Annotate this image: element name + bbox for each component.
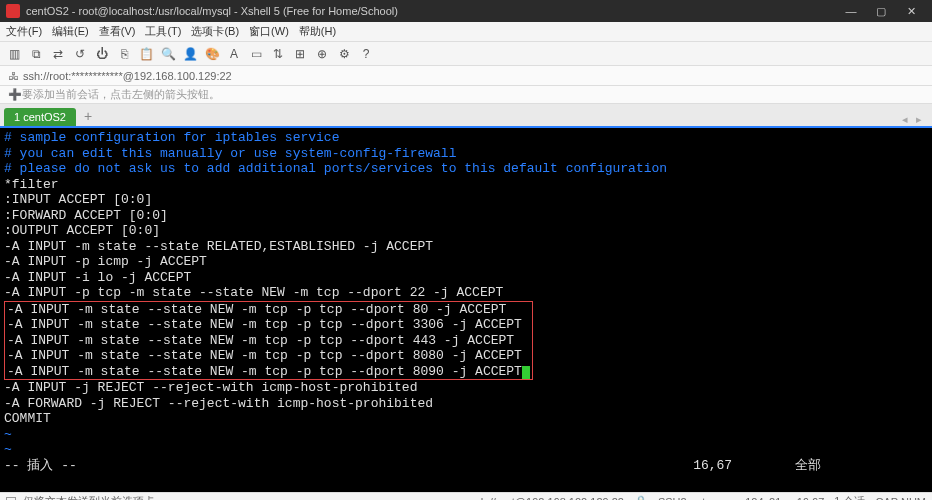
- status-caps-num: CAP NUM: [875, 496, 926, 501]
- status-bar: 仅将文本发送到当前选项卡 ssh://root@192.168.100.129:…: [0, 492, 932, 500]
- paste-icon[interactable]: 📋: [138, 46, 154, 62]
- terminal-line: :OUTPUT ACCEPT [0:0]: [4, 223, 160, 238]
- terminal-line: -A INPUT -j REJECT --reject-with icmp-ho…: [4, 380, 417, 395]
- connect-icon[interactable]: ⇄: [50, 46, 66, 62]
- menu-file[interactable]: 文件(F): [6, 24, 42, 39]
- terminal-line: *filter: [4, 177, 59, 192]
- app-icon: [6, 4, 20, 18]
- address-bar: 🖧 ssh://root:************@192.168.100.12…: [0, 66, 932, 86]
- hint-icon: ➕: [8, 88, 22, 101]
- terminal-line: -A INPUT -p icmp -j ACCEPT: [4, 254, 207, 269]
- tab-nav-left-icon[interactable]: ◂: [902, 113, 908, 126]
- window-titlebar: centOS2 - root@localhost:/usr/local/mysq…: [0, 0, 932, 22]
- status-pos: 16,67: [797, 496, 825, 501]
- search-icon[interactable]: 🔍: [160, 46, 176, 62]
- session-tab-bar: 1 centOS2 + ◂ ▸: [0, 104, 932, 126]
- menu-view[interactable]: 查看(V): [99, 24, 136, 39]
- terminal-line: -A INPUT -i lo -j ACCEPT: [4, 270, 191, 285]
- status-protocol-icon: 🔒: [634, 495, 648, 500]
- layout-icon[interactable]: ⊞: [292, 46, 308, 62]
- status-term: xterm: [697, 496, 725, 501]
- minimize-button[interactable]: —: [836, 5, 866, 17]
- terminal-line: -A INPUT -p tcp -m state --state NEW -m …: [4, 285, 503, 300]
- disconnect-icon[interactable]: ⏻: [94, 46, 110, 62]
- status-protocol: SSH2: [658, 496, 687, 501]
- status-left-text: 仅将文本发送到当前选项卡: [23, 494, 155, 500]
- settings-icon[interactable]: ⚙: [336, 46, 352, 62]
- send-text-checkbox[interactable]: [6, 497, 16, 501]
- font-icon[interactable]: A: [226, 46, 242, 62]
- toolbar: ▥ ⧉ ⇄ ↺ ⏻ ⎘ 📋 🔍 👤 🎨 A ▭ ⇅ ⊞ ⊕ ⚙ ?: [0, 42, 932, 66]
- terminal-line: -A INPUT -m state --state NEW -m tcp -p …: [7, 333, 530, 348]
- terminal-line: -A INPUT -m state --state RELATED,ESTABL…: [4, 239, 433, 254]
- menu-bar: 文件(F) 编辑(E) 查看(V) 工具(T) 选项卡(B) 窗口(W) 帮助(…: [0, 22, 932, 42]
- terminal-line: :FORWARD ACCEPT [0:0]: [4, 208, 168, 223]
- terminal-cursor: [522, 366, 530, 379]
- close-button[interactable]: ✕: [896, 5, 926, 18]
- window-title: centOS2 - root@localhost:/usr/local/mysq…: [26, 5, 398, 17]
- screen-icon[interactable]: ▭: [248, 46, 264, 62]
- terminal-line: COMMIT: [4, 411, 51, 426]
- status-connection: ssh://root@192.168.100.129:22: [470, 496, 624, 501]
- new-session-icon[interactable]: ▥: [6, 46, 22, 62]
- lock-icon: 🖧: [8, 70, 19, 82]
- tab-add-button[interactable]: +: [78, 106, 98, 126]
- terminal-line: # sample configuration for iptables serv…: [4, 130, 339, 145]
- vim-tilde: ~: [4, 427, 12, 442]
- menu-help[interactable]: 帮助(H): [299, 24, 336, 39]
- terminal-line: # please do not ask us to add additional…: [4, 161, 667, 176]
- menu-tabs[interactable]: 选项卡(B): [191, 24, 239, 39]
- highlighted-rules-box: -A INPUT -m state --state NEW -m tcp -p …: [4, 301, 533, 381]
- vim-mode: -- 插入 --: [4, 458, 77, 473]
- vim-cursor-pos: 16,67: [693, 458, 732, 473]
- address-text[interactable]: ssh://root:************@192.168.100.129:…: [23, 70, 232, 82]
- open-icon[interactable]: ⧉: [28, 46, 44, 62]
- terminal-line: # you can edit this manually or use syst…: [4, 146, 456, 161]
- color-icon[interactable]: 🎨: [204, 46, 220, 62]
- menu-tools[interactable]: 工具(T): [145, 24, 181, 39]
- terminal-line: -A INPUT -m state --state NEW -m tcp -p …: [7, 348, 530, 363]
- status-sessions: 1 会话: [834, 494, 865, 500]
- copy-icon[interactable]: ⎘: [116, 46, 132, 62]
- terminal-pane[interactable]: # sample configuration for iptables serv…: [0, 126, 932, 492]
- status-size-icon: ↔: [734, 496, 745, 501]
- menu-edit[interactable]: 编辑(E): [52, 24, 89, 39]
- status-size: 104x21: [745, 496, 781, 501]
- hint-text: 要添加当前会话，点击左侧的箭头按钮。: [22, 87, 220, 102]
- menu-window[interactable]: 窗口(W): [249, 24, 289, 39]
- terminal-line: :INPUT ACCEPT [0:0]: [4, 192, 152, 207]
- tab-centos2[interactable]: 1 centOS2: [4, 108, 76, 126]
- terminal-line: -A FORWARD -j REJECT --reject-with icmp-…: [4, 396, 433, 411]
- terminal-line: -A INPUT -m state --state NEW -m tcp -p …: [7, 364, 522, 379]
- vim-tilde: ~: [4, 442, 12, 457]
- transfer-icon[interactable]: ⇅: [270, 46, 286, 62]
- tab-nav-right-icon[interactable]: ▸: [916, 113, 922, 126]
- vim-status-line: -- 插入 -- 16,67 全部: [4, 458, 821, 473]
- terminal-line: -A INPUT -m state --state NEW -m tcp -p …: [7, 317, 530, 332]
- vim-scroll-pos: 全部: [795, 458, 821, 473]
- hint-bar: ➕ 要添加当前会话，点击左侧的箭头按钮。: [0, 86, 932, 104]
- terminal-line: -A INPUT -m state --state NEW -m tcp -p …: [7, 302, 530, 317]
- help-icon[interactable]: ?: [358, 46, 374, 62]
- reconnect-icon[interactable]: ↺: [72, 46, 88, 62]
- maximize-button[interactable]: ▢: [866, 5, 896, 18]
- add-tab-icon[interactable]: ⊕: [314, 46, 330, 62]
- user-icon[interactable]: 👤: [182, 46, 198, 62]
